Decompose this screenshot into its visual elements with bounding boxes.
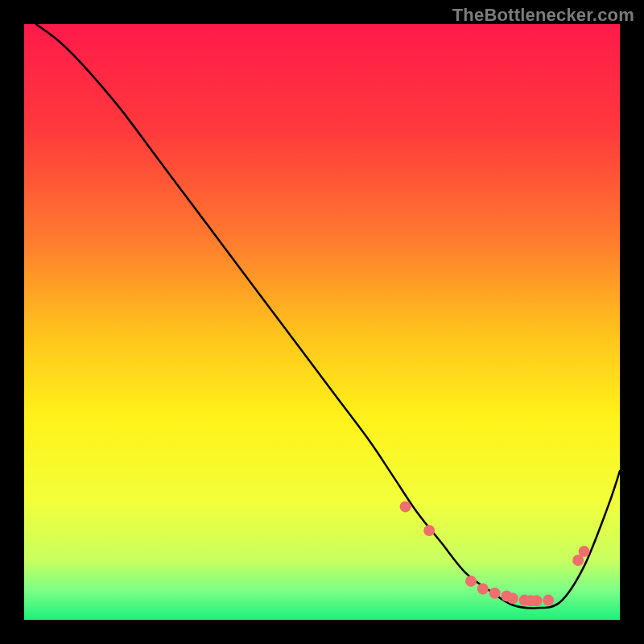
- data-point: [477, 584, 489, 595]
- data-point: [465, 576, 477, 587]
- chart-frame: TheBottlenecker.com: [0, 0, 644, 644]
- data-point: [489, 588, 501, 599]
- data-point: [400, 501, 411, 512]
- data-point: [579, 546, 590, 557]
- data-point: [543, 595, 554, 606]
- chart-svg: [24, 24, 620, 620]
- data-point: [530, 595, 542, 606]
- watermark-label: TheBottlenecker.com: [452, 5, 634, 26]
- data-point: [507, 592, 518, 604]
- plot-area: [24, 24, 620, 620]
- data-point: [423, 525, 435, 536]
- gradient-background: [24, 24, 620, 620]
